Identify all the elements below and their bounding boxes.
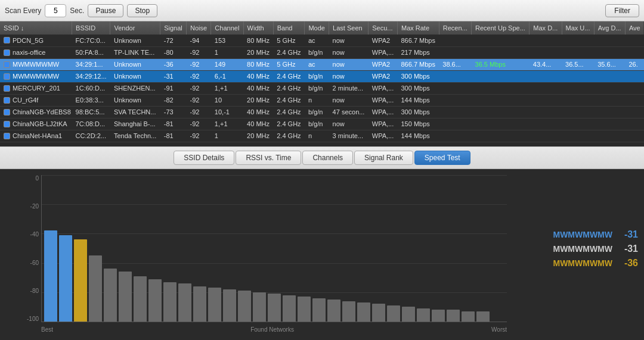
col-recent[interactable]: Recen... (439, 21, 471, 35)
col-max-u[interactable]: Max U... (562, 21, 594, 35)
sec-label: Sec. (70, 7, 84, 15)
col-signal[interactable]: Signal (160, 21, 187, 35)
col-ssid[interactable]: SSID ↓ (0, 21, 72, 35)
ssid-label: ChinaNGB-YdEBS8 (13, 108, 71, 116)
chart-bar-24 (402, 307, 415, 322)
stop-button[interactable]: Stop (127, 4, 157, 17)
chart-bar-1 (59, 235, 72, 322)
main-content: SSID ↓ BSSID Vendor Signal Noise Channel… (0, 21, 644, 340)
col-noise[interactable]: Noise (187, 21, 211, 35)
row-checkbox[interactable] (4, 85, 10, 92)
chart-bar-12 (223, 289, 236, 322)
chart-section: RSSI (dBm) 0 -20 -40 -60 -80 -100 (0, 169, 644, 340)
legend-item-2: MWMWMWMW-36 (513, 258, 638, 269)
table-row[interactable]: CU_rG4fE0:38:3...Unknown-82-921020 MHz2.… (0, 94, 644, 106)
col-band[interactable]: Band (273, 21, 305, 35)
table-row[interactable]: MWMWMWMW34:29:12...Unknown-31-926,-140 M… (0, 70, 644, 82)
chart-bar-22 (372, 304, 385, 322)
chart-bar-27 (447, 310, 460, 322)
legend-item-1: MWMWMWMW-31 (513, 244, 638, 254)
chart-bar-25 (417, 308, 430, 322)
pause-button[interactable]: Pause (88, 4, 123, 17)
y-tick-0: 0 (27, 175, 39, 182)
col-width[interactable]: Width (243, 21, 273, 35)
tab-signal-rank[interactable]: Signal Rank (354, 151, 413, 165)
col-max-rate[interactable]: Max Rate (397, 21, 439, 35)
chart-bar-9 (178, 283, 191, 322)
bars-container (42, 175, 507, 322)
legend-value-1: -31 (617, 244, 638, 254)
tab-channels[interactable]: Channels (302, 151, 353, 165)
chart-bar-17 (298, 297, 311, 322)
scan-every-label: Scan Every (5, 7, 41, 15)
x-axis-labels: Best Found Networks Worst (41, 326, 507, 333)
x-label-worst: Worst (491, 326, 507, 333)
scan-interval-input[interactable] (45, 4, 66, 17)
filter-button[interactable]: Filter (605, 4, 639, 17)
chart-bar-26 (432, 310, 445, 322)
legend-value-0: -31 (617, 229, 638, 240)
table-row[interactable]: MERCURY_2011C:60:D...SHENZHEN...-91-921,… (0, 82, 644, 94)
legend-name-2: MWMWMWMW (553, 258, 612, 268)
chart-bar-8 (163, 282, 177, 322)
table-body: PDCN_5GFC:7C:0...Unknown-72-9415380 MHz5… (0, 35, 644, 142)
y-tick-5: -100 (27, 316, 39, 322)
network-table-container[interactable]: SSID ↓ BSSID Vendor Signal Noise Channel… (0, 21, 644, 146)
col-max-d[interactable]: Max D... (530, 21, 562, 35)
col-ave[interactable]: Ave (625, 21, 644, 35)
col-recent-up[interactable]: Recent Up Spe... (472, 21, 530, 35)
chart-bar-16 (283, 295, 296, 322)
row-checkbox[interactable] (4, 133, 10, 139)
legend-value-2: -36 (617, 258, 638, 269)
col-last-seen[interactable]: Last Seen (329, 21, 369, 35)
row-checkbox[interactable] (4, 97, 10, 104)
ssid-label: MERCURY_201 (13, 85, 60, 92)
ssid-label: ChinaNet-HAna1 (13, 132, 62, 139)
chart-bar-10 (193, 286, 206, 322)
chart-bar-14 (253, 292, 266, 322)
chart-bar-20 (342, 301, 355, 322)
ssid-label: MWMWMWMW (13, 61, 59, 68)
chart-bar-29 (476, 311, 490, 322)
table-row[interactable]: ChinaNGB-YdEBS898:BC:5...SVA TECHN...-73… (0, 106, 644, 118)
chart-bar-11 (208, 288, 221, 322)
tab-ssid-details[interactable]: SSID Details (174, 151, 234, 165)
ssid-label: CU_rG4f (13, 96, 38, 104)
ssid-label: PDCN_5G (13, 37, 44, 44)
legend-item-0: MWMWMWMW-31 (513, 229, 638, 240)
col-channel[interactable]: Channel (211, 21, 243, 35)
col-security[interactable]: Secu... (369, 21, 398, 35)
table-row[interactable]: ChinaNGB-LJ2tKA7C:08:D...Shanghai B-...-… (0, 118, 644, 130)
tab-rssi-vs.-time[interactable]: RSSI vs. Time (236, 151, 301, 165)
chart-bar-18 (312, 298, 326, 322)
row-checkbox[interactable] (4, 121, 10, 127)
y-tick-2: -40 (27, 231, 39, 238)
chart-bar-3 (89, 255, 102, 322)
chart-bar-13 (238, 291, 251, 322)
table-row[interactable]: MWMWMWMW34:29:1...Unknown-36-9214980 MHz… (0, 58, 644, 70)
table-header-row: SSID ↓ BSSID Vendor Signal Noise Channel… (0, 21, 644, 35)
table-row[interactable]: PDCN_5GFC:7C:0...Unknown-72-9415380 MHz5… (0, 35, 644, 46)
chart-bar-7 (148, 279, 162, 322)
chart-bar-19 (327, 300, 340, 322)
col-mode[interactable]: Mode (305, 21, 329, 35)
table-row[interactable]: ChinaNet-HAna1CC:2D:2...Tenda Techn...-8… (0, 130, 644, 142)
row-checkbox[interactable] (4, 61, 10, 68)
legend-name-1: MWMWMWMW (553, 244, 612, 254)
row-checkbox[interactable] (4, 73, 10, 80)
chart-bar-23 (387, 305, 400, 322)
row-checkbox[interactable] (4, 37, 10, 43)
ssid-label: MWMWMWMW (13, 73, 59, 80)
ssid-label: naxis-office (13, 49, 45, 56)
tab-speed-test[interactable]: Speed Test (414, 151, 470, 165)
row-checkbox[interactable] (4, 109, 10, 116)
table-row[interactable]: naxis-office50:FA:8...TP-LINK TE...-80-9… (0, 46, 644, 58)
y-tick-3: -60 (27, 260, 39, 266)
col-avg-d[interactable]: Avg D... (594, 21, 625, 35)
chart-bar-21 (357, 302, 370, 322)
chart-bar-2 (74, 239, 87, 322)
col-bssid[interactable]: BSSID (72, 21, 110, 35)
toolbar: Scan Every Sec. Pause Stop Filter (0, 0, 644, 21)
col-vendor[interactable]: Vendor (110, 21, 160, 35)
row-checkbox[interactable] (4, 49, 10, 56)
